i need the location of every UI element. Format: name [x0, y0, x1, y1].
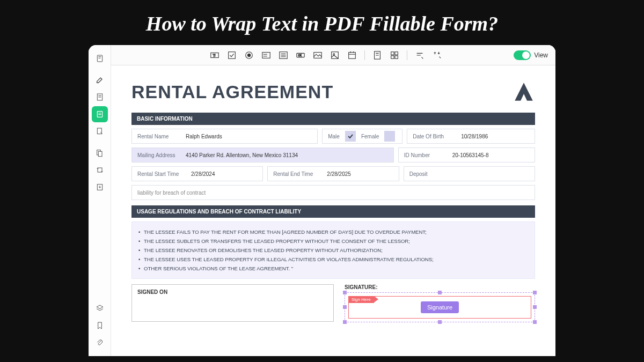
toolbar: T OK View [111, 45, 555, 65]
main-area: T OK View R [111, 45, 555, 356]
field-label: Date Of Birth [413, 134, 461, 139]
field-value: Ralph Edwards [186, 134, 222, 139]
gender-field: Male Female [322, 129, 402, 144]
svg-rect-42 [395, 51, 398, 54]
left-sidebar [89, 45, 111, 356]
resize-handle[interactable] [343, 305, 347, 309]
term-item: THE LESSEE RENOVATES OR DEMOLISHES THE L… [138, 246, 528, 255]
field-label: Rental Start Time [137, 171, 191, 177]
svg-rect-43 [391, 55, 394, 58]
dropdown-icon[interactable] [261, 50, 271, 60]
app-window: T OK View R [89, 45, 555, 356]
male-label: Male [328, 134, 340, 139]
document-title: RENTAL AGREEMENT [131, 82, 333, 102]
field-value: 2/28/2024 [191, 171, 215, 177]
signature-label: SIGNATURE: [345, 284, 535, 290]
layers-icon[interactable] [92, 300, 108, 316]
page-icon[interactable] [92, 50, 108, 67]
field-label: Rental End Time [273, 171, 327, 177]
terms-box: THE LESSEE FAILS TO PAY THE RENT FOR MOR… [131, 221, 535, 279]
svg-rect-6 [97, 112, 102, 117]
toolbar-separator [407, 50, 407, 60]
document-area: RENTAL AGREEMENT BASIC INFORMATION Renta… [111, 65, 555, 356]
resize-handle[interactable] [533, 291, 537, 294]
field-label: ID Number [404, 152, 452, 158]
liability-field[interactable]: liability for breach of contract [131, 185, 535, 200]
svg-rect-19 [229, 51, 236, 58]
start-time-field[interactable]: Rental Start Time 2/28/2024 [131, 166, 263, 181]
view-toggle[interactable] [514, 50, 531, 60]
resize-handle[interactable] [438, 320, 442, 324]
view-label: View [534, 51, 548, 59]
field-value: 10/28/1986 [461, 134, 488, 139]
radio-icon[interactable] [244, 50, 254, 60]
svg-point-21 [247, 54, 250, 56]
resize-handle[interactable] [438, 291, 442, 294]
copy-icon[interactable] [92, 145, 108, 161]
male-checkbox[interactable] [345, 131, 356, 142]
edit-page-icon[interactable] [92, 123, 108, 139]
text-field-icon[interactable]: T [210, 50, 219, 60]
signed-on-field[interactable]: SIGNED ON [131, 284, 334, 322]
svg-rect-9 [97, 128, 101, 134]
svg-rect-44 [395, 55, 398, 58]
button-icon[interactable]: OK [296, 50, 305, 60]
company-logo [513, 80, 535, 103]
field-value: 20-10563145-8 [452, 152, 489, 158]
section-basic-info: BASIC INFORMATION [131, 113, 535, 125]
term-item: THE LESSEE SUBLETS OR TRANSFERS THE LEAS… [138, 237, 528, 246]
svg-rect-0 [97, 55, 102, 62]
deposit-field[interactable]: Deposit [404, 166, 535, 181]
notes-icon[interactable] [92, 89, 108, 105]
term-item: OTHER SERIOUS VIOLATIONS OF THE LEASE AG… [138, 264, 528, 273]
align-icon[interactable] [415, 50, 425, 60]
image-icon[interactable] [330, 50, 340, 60]
field-value: liability for breach of contract [137, 190, 206, 196]
signature-button[interactable]: Signature [421, 301, 459, 313]
resize-handle[interactable] [343, 320, 347, 324]
signature-field-selected[interactable]: Sign Here Signature [345, 292, 535, 322]
field-label: Rental Name [137, 134, 186, 139]
tools-icon[interactable] [432, 50, 442, 60]
sign-here-badge: Sign Here [348, 296, 374, 303]
export-icon[interactable] [92, 179, 108, 195]
resize-handle[interactable] [533, 305, 537, 309]
rental-name-field[interactable]: Rental Name Ralph Edwards [131, 129, 318, 144]
checkbox-icon[interactable] [227, 50, 237, 60]
svg-rect-34 [349, 52, 356, 58]
list-icon[interactable] [279, 50, 288, 60]
svg-text:OK: OK [298, 54, 302, 56]
highlight-icon[interactable] [92, 72, 108, 88]
crop-icon[interactable] [92, 162, 108, 178]
signature-inner: Sign Here Signature [348, 296, 531, 319]
female-label: Female [361, 134, 379, 139]
svg-rect-22 [262, 52, 270, 58]
svg-point-33 [333, 53, 335, 55]
attachment-icon[interactable] [92, 335, 108, 351]
field-label: Mailing Address [137, 152, 186, 158]
section-usage: USAGE REGULATIONS AND BREACH OF CONTRACT… [131, 205, 535, 218]
form-icon[interactable] [92, 106, 108, 122]
dob-field[interactable]: Date Of Birth 10/28/1986 [407, 129, 535, 144]
field-value: 4140 Parker Rd. Allentown, New Mexico 31… [186, 152, 298, 158]
term-item: THE LESSEE USES THE LEASED PROPERTY FOR … [138, 255, 528, 264]
page-title: How to Wrap Text in PDF Fillable Form? [0, 0, 644, 45]
female-checkbox[interactable] [384, 131, 395, 142]
toolbar-separator [364, 50, 365, 60]
signed-on-label: SIGNED ON [137, 289, 328, 295]
grid-icon[interactable] [390, 50, 399, 60]
svg-rect-41 [391, 51, 394, 54]
doc-icon[interactable] [372, 50, 382, 60]
svg-rect-11 [98, 151, 102, 156]
date-icon[interactable] [347, 50, 357, 60]
term-item: THE LESSEE FAILS TO PAY THE RENT FOR MOR… [138, 227, 528, 237]
image-field-icon[interactable] [313, 50, 323, 60]
mailing-address-field[interactable]: Mailing Address 4140 Parker Rd. Allentow… [131, 147, 394, 162]
end-time-field[interactable]: Rental End Time 2/28/2025 [267, 166, 399, 181]
bookmark-icon[interactable] [92, 317, 108, 334]
id-number-field[interactable]: ID Number 20-10563145-8 [398, 147, 535, 162]
resize-handle[interactable] [533, 320, 537, 324]
field-value: 2/28/2025 [327, 171, 351, 177]
resize-handle[interactable] [343, 291, 347, 294]
field-label: Deposit [409, 171, 458, 177]
